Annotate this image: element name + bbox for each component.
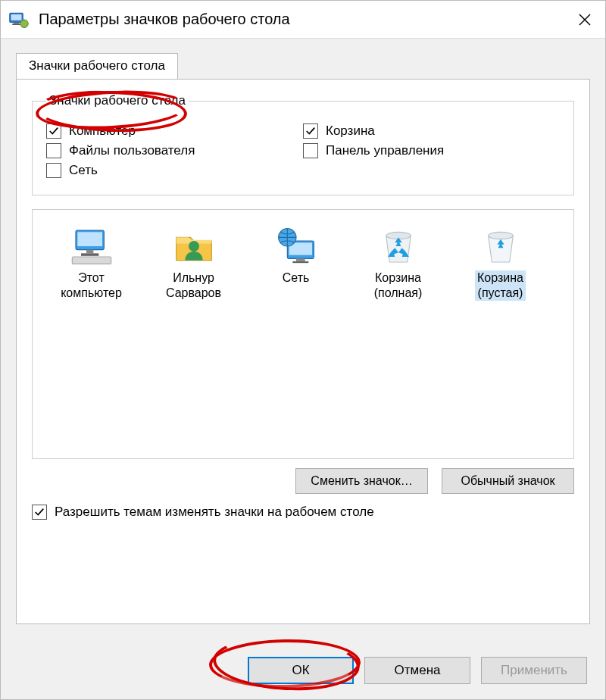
userfolder-icon: [173, 225, 215, 267]
desktop-icons-group: Значки рабочего стола Компьютер Файлы по…: [32, 93, 574, 195]
icon-caption: Корзина (полная): [374, 270, 423, 301]
icon-grid: Этот компьютер Ильнур Сарваров: [40, 220, 566, 308]
dialog-button-row: ОК Отмена Применить: [248, 657, 587, 684]
checkbox-control-panel[interactable]: Панель управления: [303, 143, 560, 158]
cancel-button[interactable]: Отмена: [364, 657, 470, 684]
icon-caption: Этот компьютер: [61, 270, 122, 301]
client-area: Значки рабочего стола Значки рабочего ст…: [1, 39, 605, 624]
recycle-full-icon: [377, 225, 420, 267]
computer-icon: [70, 225, 113, 267]
svg-rect-2: [14, 22, 19, 23]
icon-item-network[interactable]: Сеть: [245, 225, 347, 301]
tab-panel: Значки рабочего стола Компьютер Файлы по…: [16, 79, 590, 624]
icon-item-recycle-full[interactable]: Корзина (полная): [347, 225, 449, 301]
checkbox-label: Сеть: [69, 163, 98, 178]
icon-caption: Сеть: [283, 270, 310, 286]
icon-caption: Ильнур Сарваров: [166, 270, 221, 301]
desktop-settings-icon: [8, 9, 30, 30]
svg-rect-15: [296, 258, 305, 261]
svg-point-12: [189, 241, 199, 252]
svg-rect-1: [11, 14, 22, 20]
icon-item-user-folder[interactable]: Ильнур Сарваров: [142, 225, 245, 301]
icon-preview-frame: Этот компьютер Ильнур Сарваров: [32, 209, 574, 459]
checkbox-label: Компьютер: [69, 123, 136, 139]
checkbox-recycle-bin[interactable]: Корзина: [303, 123, 560, 139]
checkbox-userfiles[interactable]: Файлы пользователя: [46, 143, 303, 158]
checkbox-network[interactable]: Сеть: [46, 163, 303, 178]
checkbox-label: Панель управления: [326, 143, 444, 158]
group-legend: Значки рабочего стола: [46, 93, 189, 108]
apply-button[interactable]: Применить: [481, 657, 587, 684]
checkbox-icon: [303, 143, 318, 158]
tab-desktop-icons[interactable]: Значки рабочего стола: [16, 53, 178, 80]
checkbox-label: Корзина: [326, 123, 375, 139]
tab-strip: Значки рабочего стола: [16, 52, 590, 79]
checkbox-icon: [46, 143, 61, 158]
svg-point-19: [488, 232, 513, 239]
close-button[interactable]: [564, 1, 605, 39]
close-icon: [578, 13, 592, 27]
svg-rect-11: [72, 257, 111, 264]
svg-rect-9: [86, 250, 93, 254]
network-icon: [275, 225, 317, 267]
icon-item-this-pc[interactable]: Этот компьютер: [40, 225, 142, 301]
checkbox-label: Разрешить темам изменять значки на рабоч…: [55, 505, 374, 520]
change-icon-button[interactable]: Сменить значок…: [295, 468, 428, 494]
checkbox-icon: [46, 163, 61, 178]
dialog-window: Параметры значков рабочего стола Значки …: [0, 0, 606, 700]
checkbox-label: Файлы пользователя: [69, 143, 195, 158]
svg-rect-10: [81, 253, 98, 256]
checkbox-allow-themes[interactable]: Разрешить темам изменять значки на рабоч…: [32, 505, 574, 520]
checkbox-computer[interactable]: Компьютер: [46, 123, 303, 139]
window-title: Параметры значков рабочего стола: [39, 11, 564, 28]
icon-buttons-row: Сменить значок… Обычный значок: [32, 468, 574, 494]
svg-rect-16: [292, 261, 308, 263]
svg-rect-3: [12, 23, 20, 25]
titlebar: Параметры значков рабочего стола: [1, 1, 605, 39]
recycle-empty-icon: [479, 225, 522, 267]
checkbox-icon: [46, 123, 61, 139]
checkbox-icon: [32, 505, 47, 520]
icon-item-recycle-empty[interactable]: Корзина (пустая): [449, 225, 551, 301]
default-icon-button[interactable]: Обычный значок: [442, 468, 574, 494]
checkbox-icon: [303, 123, 318, 139]
ok-button[interactable]: ОК: [248, 657, 354, 684]
icon-caption: Корзина (пустая): [475, 270, 526, 301]
svg-rect-8: [77, 232, 102, 246]
svg-point-4: [20, 20, 29, 28]
